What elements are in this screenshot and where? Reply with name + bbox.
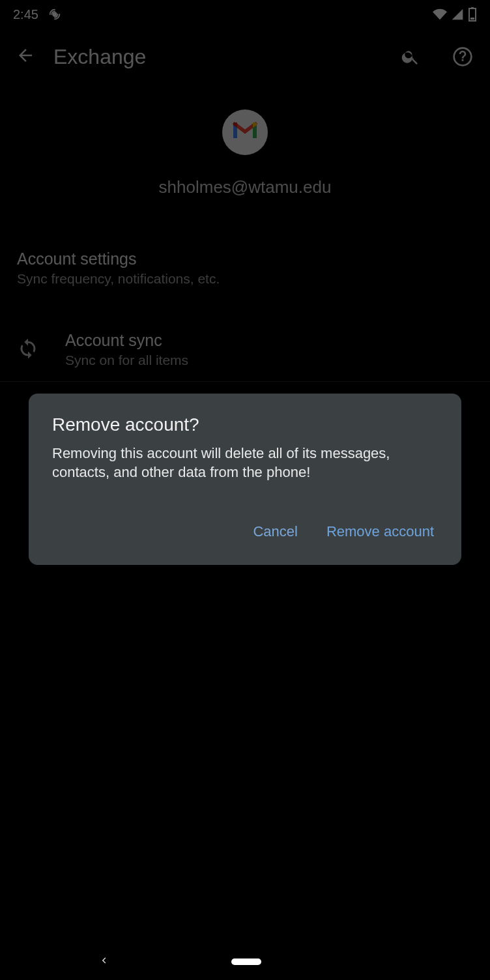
remove-account-button[interactable]: Remove account [324,518,437,545]
remove-account-dialog: Remove account? Removing this account wi… [29,394,461,565]
nav-back-icon[interactable] [98,955,109,969]
navigation-bar [0,944,490,980]
nav-home-pill[interactable] [231,958,261,965]
dialog-body: Removing this account will delete all of… [52,444,438,482]
dialog-title: Remove account? [52,414,438,435]
cancel-button[interactable]: Cancel [250,518,300,545]
dialog-actions: Cancel Remove account [52,518,438,552]
